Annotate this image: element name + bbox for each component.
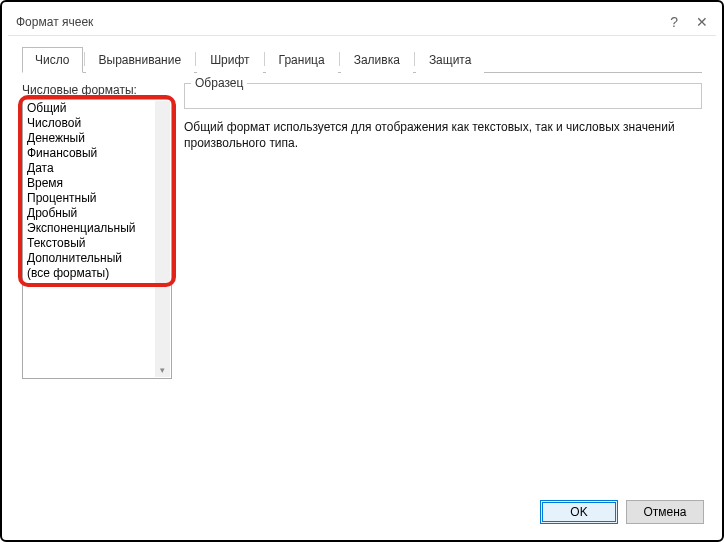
tab-separator: [339, 52, 340, 66]
right-column: Образец Общий формат используется для от…: [184, 83, 702, 486]
list-item[interactable]: Дробный: [23, 206, 171, 221]
list-item[interactable]: Дата: [23, 161, 171, 176]
cancel-button[interactable]: Отмена: [626, 500, 704, 524]
number-format-listbox[interactable]: Общий Числовой Денежный Финансовый Дата …: [22, 99, 172, 379]
tab-separator: [84, 52, 85, 66]
list-item[interactable]: Числовой: [23, 116, 171, 131]
listbox-wrap: Общий Числовой Денежный Финансовый Дата …: [22, 99, 172, 486]
tab-separator: [264, 52, 265, 66]
tab-font[interactable]: Шрифт: [197, 47, 262, 73]
tab-border[interactable]: Граница: [266, 47, 338, 73]
sample-group: Образец: [184, 83, 702, 109]
titlebar: Формат ячеек ? ✕: [8, 8, 716, 36]
panel-row: Числовые форматы: Общий Числовой Денежны…: [22, 83, 702, 486]
list-item[interactable]: Дополнительный: [23, 251, 171, 266]
list-item[interactable]: Процентный: [23, 191, 171, 206]
scrollbar[interactable]: ▾: [155, 101, 170, 377]
list-item[interactable]: (все форматы): [23, 266, 171, 281]
format-description: Общий формат используется для отображени…: [184, 119, 702, 151]
screenshot-frame: Формат ячеек ? ✕ Число Выравнивание Шриф…: [0, 0, 724, 542]
left-column: Числовые форматы: Общий Числовой Денежны…: [22, 83, 172, 486]
tab-strip: Число Выравнивание Шрифт Граница Заливка…: [22, 46, 702, 73]
dialog-title: Формат ячеек: [16, 15, 670, 29]
sample-label: Образец: [191, 76, 247, 90]
tab-body: Числовые форматы: Общий Числовой Денежны…: [22, 73, 702, 486]
tab-fill[interactable]: Заливка: [341, 47, 413, 73]
list-item[interactable]: Текстовый: [23, 236, 171, 251]
tab-protection[interactable]: Защита: [416, 47, 485, 73]
list-item[interactable]: Финансовый: [23, 146, 171, 161]
scroll-down-icon[interactable]: ▾: [155, 362, 170, 377]
list-item[interactable]: Время: [23, 176, 171, 191]
list-item[interactable]: Экспоненциальный: [23, 221, 171, 236]
help-icon[interactable]: ?: [670, 14, 678, 30]
tab-separator: [195, 52, 196, 66]
format-cells-dialog: Формат ячеек ? ✕ Число Выравнивание Шриф…: [8, 8, 716, 534]
dialog-content: Число Выравнивание Шрифт Граница Заливка…: [8, 36, 716, 492]
close-icon[interactable]: ✕: [696, 14, 708, 30]
tab-separator: [414, 52, 415, 66]
button-row: OK Отмена: [8, 492, 716, 534]
list-item[interactable]: Денежный: [23, 131, 171, 146]
format-list-label: Числовые форматы:: [22, 83, 172, 97]
tab-number[interactable]: Число: [22, 47, 83, 73]
titlebar-actions: ? ✕: [670, 14, 708, 30]
list-item[interactable]: Общий: [23, 101, 171, 116]
tab-alignment[interactable]: Выравнивание: [86, 47, 195, 73]
ok-button[interactable]: OK: [540, 500, 618, 524]
